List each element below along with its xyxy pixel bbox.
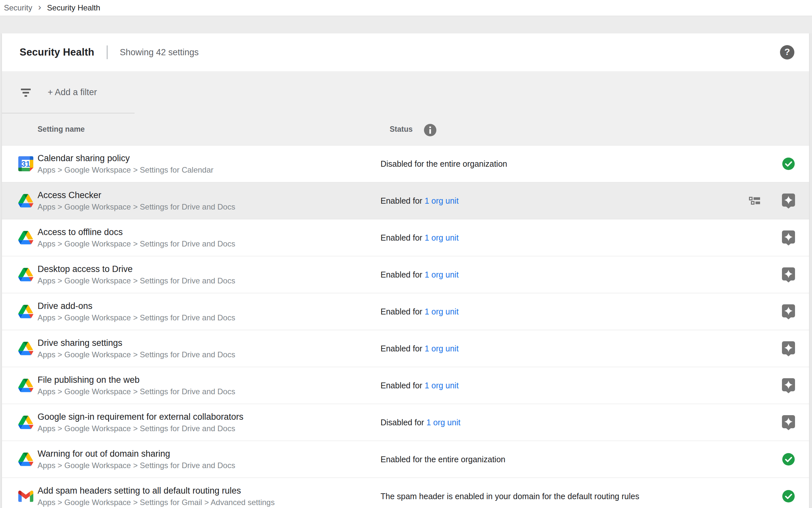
setting-row[interactable]: 31 Drive sharing settings Apps > Google … — [2, 330, 809, 367]
setting-row[interactable]: 31 Warning for out of domain sharing App… — [2, 441, 809, 478]
setting-path: Apps > Google Workspace > Settings for D… — [38, 423, 381, 434]
calendar-icon: 31 — [18, 156, 33, 171]
org-unit-link[interactable]: 1 org unit — [426, 418, 460, 427]
setting-status: Enabled for 1 org unit — [381, 307, 782, 316]
chevron-right-icon: › — [38, 3, 41, 11]
setting-row[interactable]: 31 Calendar sharing policy Apps > Google… — [2, 145, 809, 182]
filter-bar: + Add a filter — [2, 71, 809, 114]
setting-name: Calendar sharing policy — [38, 152, 381, 164]
setting-name: File publishing on the web — [38, 374, 381, 386]
setting-text: Calendar sharing policy Apps > Google Wo… — [38, 152, 381, 175]
setting-row[interactable]: 31 Add spam headers setting to all defau… — [2, 478, 809, 508]
org-unit-link[interactable]: 1 org unit — [425, 381, 459, 390]
svg-text:31: 31 — [21, 160, 30, 168]
org-unit-link[interactable]: 1 org unit — [425, 196, 459, 206]
app-icon: 31 — [18, 230, 34, 246]
setting-status: Enabled for 1 org unit — [381, 344, 782, 353]
app-icon: 31 — [18, 378, 34, 393]
setting-path: Apps > Google Workspace > Settings for D… — [38, 349, 381, 360]
setting-name: Desktop access to Drive — [38, 263, 381, 275]
setting-status: The spam header is enabled in your domai… — [381, 492, 782, 501]
org-unit-link[interactable]: 1 org unit — [425, 344, 459, 353]
setting-status: Disabled for 1 org unit — [381, 418, 782, 427]
setting-path: Apps > Google Workspace > Settings for D… — [38, 312, 381, 323]
setting-path: Apps > Google Workspace > Settings for D… — [38, 201, 381, 212]
app-icon: 31 — [18, 304, 34, 320]
app-icon: 31 — [18, 452, 34, 467]
setting-name: Warning for out of domain sharing — [38, 448, 381, 460]
row-actions — [782, 415, 795, 430]
app-icon: 31 — [18, 489, 34, 504]
setting-status: Enabled for 1 org unit — [381, 270, 782, 280]
setting-status: Enabled for 1 org unit — [381, 196, 749, 206]
setting-row[interactable]: 31 Access Checker Apps > Google Workspac… — [2, 182, 809, 219]
recommendation-icon[interactable] — [782, 304, 795, 320]
org-unit-link[interactable]: 1 org unit — [425, 270, 459, 280]
row-actions — [782, 156, 795, 172]
setting-path: Apps > Google Workspace > Settings for G… — [38, 497, 381, 508]
recommendation-icon[interactable] — [782, 341, 795, 356]
setting-row[interactable]: 31 Access to offline docs Apps > Google … — [2, 219, 809, 256]
setting-path: Apps > Google Workspace > Settings for C… — [38, 164, 381, 175]
status-text: Enabled for — [381, 307, 422, 316]
security-health-page: Security › Security Health Security Heal… — [0, 0, 812, 508]
svg-text:?: ? — [784, 47, 790, 57]
status-text: Disabled for the entire organization — [381, 159, 507, 169]
drive-icon — [18, 416, 33, 429]
row-actions — [782, 378, 795, 393]
recommendation-icon[interactable] — [782, 193, 795, 209]
setting-text: Drive sharing settings Apps > Google Wor… — [38, 337, 381, 360]
row-actions — [749, 193, 795, 209]
setting-status: Disabled for the entire organization — [381, 159, 782, 169]
setting-row[interactable]: 31 Google sign-in requirement for extern… — [2, 404, 809, 441]
app-icon: 31 — [18, 156, 34, 172]
settings-list: 31 Calendar sharing policy Apps > Google… — [2, 145, 809, 508]
row-actions — [782, 341, 795, 356]
status-text: Enabled for — [381, 233, 422, 243]
row-actions — [782, 304, 795, 320]
status-text: Enabled for — [381, 344, 422, 353]
table-header-row: Setting name Status — [2, 114, 809, 145]
setting-name: Access Checker — [38, 189, 381, 201]
setting-text: Access to offline docs Apps > Google Wor… — [38, 226, 381, 249]
setting-text: Drive add-ons Apps > Google Workspace > … — [38, 300, 381, 323]
security-health-card: Security Health Showing 42 settings ? — [2, 33, 809, 508]
filter-area: + Add a filter Setting name Status — [2, 71, 809, 145]
add-filter-button[interactable]: + Add a filter — [48, 87, 97, 97]
app-icon: 31 — [18, 341, 34, 356]
setting-path: Apps > Google Workspace > Settings for D… — [38, 460, 381, 471]
status-text: Enabled for the entire organization — [381, 455, 505, 464]
setting-path: Apps > Google Workspace > Settings for D… — [38, 386, 381, 397]
status-info-button[interactable] — [424, 124, 437, 137]
setting-row[interactable]: 31 Drive add-ons Apps > Google Workspace… — [2, 293, 809, 330]
breadcrumb-security-health: Security Health — [47, 3, 100, 12]
breadcrumb-security[interactable]: Security — [4, 3, 32, 12]
setting-path: Apps > Google Workspace > Settings for D… — [38, 238, 381, 249]
recommendation-icon[interactable] — [782, 415, 795, 430]
setting-text: Desktop access to Drive Apps > Google Wo… — [38, 263, 381, 286]
help-button[interactable]: ? — [780, 45, 795, 60]
org-units-icon[interactable] — [749, 197, 760, 205]
help-icon: ? — [780, 56, 795, 61]
drive-icon — [18, 268, 33, 282]
org-unit-link[interactable]: 1 org unit — [425, 307, 459, 316]
setting-path: Apps > Google Workspace > Settings for D… — [38, 275, 381, 286]
setting-name: Add spam headers setting to all default … — [38, 485, 381, 497]
status-text: Enabled for — [381, 196, 422, 206]
app-icon: 31 — [18, 267, 34, 283]
recommendation-icon[interactable] — [782, 230, 795, 246]
setting-row[interactable]: 31 Desktop access to Drive Apps > Google… — [2, 256, 809, 293]
drive-icon — [18, 379, 33, 392]
drive-icon — [18, 194, 33, 208]
row-actions — [782, 267, 795, 283]
setting-row[interactable]: 31 File publishing on the web Apps > Goo… — [2, 367, 809, 404]
app-icon: 31 — [18, 415, 34, 430]
setting-name: Google sign-in requirement for external … — [38, 411, 381, 423]
recommendation-icon[interactable] — [782, 378, 795, 393]
setting-text: Add spam headers setting to all default … — [38, 485, 381, 508]
settings-count: Showing 42 settings — [120, 47, 199, 57]
org-unit-link[interactable]: 1 org unit — [425, 233, 459, 243]
breadcrumb: Security › Security Health — [0, 0, 812, 16]
status-text: Enabled for — [381, 270, 422, 280]
recommendation-icon[interactable] — [782, 267, 795, 283]
